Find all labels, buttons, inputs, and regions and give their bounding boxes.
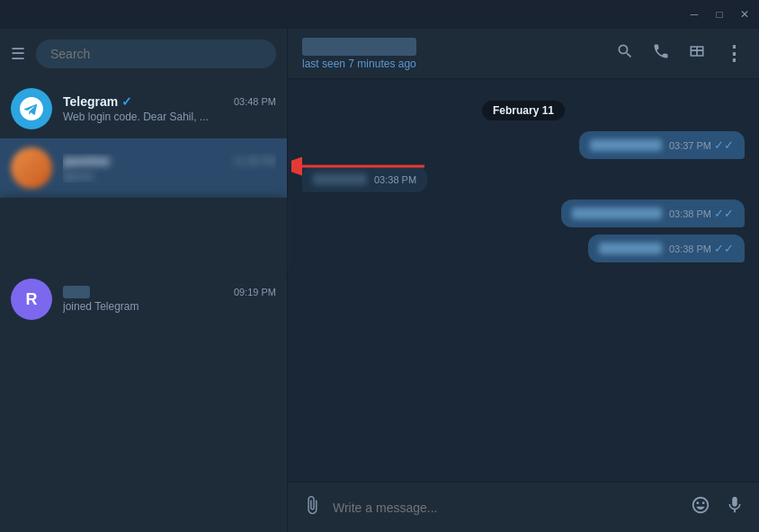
chat-area: last seen 7 minutes ago — [288, 29, 759, 532]
msg-meta-1: 03:37 PM ✓✓ — [669, 138, 734, 152]
columns-icon[interactable] — [688, 42, 706, 65]
mic-icon[interactable] — [725, 495, 745, 519]
title-bar: ─ □ ✕ — [0, 0, 759, 29]
msg-time-2: 03:38 PM — [374, 174, 416, 185]
more-icon[interactable]: ⋮ — [724, 42, 745, 66]
message-row-4: 03:38 PM ✓✓ — [302, 235, 745, 262]
blurred-section — [0, 198, 287, 270]
message-row-2: 03:38 PM — [302, 166, 745, 192]
msg-content-1 — [590, 139, 662, 151]
chat-header-actions: ⋮ — [616, 42, 745, 66]
phone-icon[interactable] — [652, 42, 670, 65]
date-badge: February 11 — [482, 101, 565, 120]
chat-info-r: 09:19 PM joined Telegram — [63, 286, 276, 313]
msg-content-4 — [599, 243, 662, 254]
message-input[interactable] — [333, 501, 680, 515]
msg-time-3: 03:38 PM — [669, 208, 711, 219]
avatar-jasmine — [11, 147, 52, 189]
chat-item-r[interactable]: R 09:19 PM joined Telegram — [0, 270, 287, 329]
hamburger-icon[interactable]: ☰ — [11, 44, 25, 64]
chat-time-jasmine: 11:38 PM — [234, 155, 276, 166]
message-bubble-3: 03:38 PM ✓✓ — [561, 200, 745, 227]
search-icon[interactable] — [616, 42, 634, 65]
chat-header-name — [302, 38, 416, 56]
chat-header-status: last seen 7 minutes ago — [302, 58, 416, 70]
verified-icon: ✓ — [121, 94, 132, 109]
avatar-r: R — [11, 279, 52, 320]
chat-preview-telegram: Web login code. Dear Sahil, ... — [63, 111, 276, 123]
message-bubble-4: 03:38 PM ✓✓ — [588, 235, 745, 262]
chat-name-jasmine: jasmine — [63, 154, 110, 168]
chat-preview-r: joined Telegram — [63, 300, 276, 313]
read-icon-1: ✓✓ — [714, 138, 734, 152]
minimize-button[interactable]: ─ — [687, 8, 701, 21]
chat-name-telegram: Telegram ✓ — [63, 94, 132, 109]
attach-icon[interactable] — [302, 495, 322, 519]
emoji-icon[interactable] — [691, 495, 710, 519]
msg-time-1: 03:37 PM — [669, 140, 711, 151]
chat-item-telegram[interactable]: Telegram ✓ 03:48 PM Web login code. Dear… — [0, 79, 287, 138]
input-right-icons — [691, 495, 745, 519]
chat-info-telegram: Telegram ✓ 03:48 PM Web login code. Dear… — [63, 94, 276, 123]
read-icon-4: ✓✓ — [714, 242, 734, 255]
chat-name-row: Telegram ✓ 03:48 PM — [63, 94, 276, 109]
chat-name-row-jasmine: jasmine 11:38 PM — [63, 154, 276, 168]
chat-time-telegram: 03:48 PM — [234, 96, 276, 107]
main-layout: ☰ Telegram ✓ 03:48 PM Web login code. De… — [0, 29, 759, 532]
sidebar-header: ☰ — [0, 29, 287, 79]
msg-meta-2: 03:38 PM — [374, 174, 416, 185]
chat-header: last seen 7 minutes ago — [288, 29, 759, 79]
msg-meta-4: 03:38 PM ✓✓ — [669, 242, 734, 255]
message-row-3: 03:38 PM ✓✓ — [302, 200, 745, 227]
messages-list: February 11 03:37 PM ✓✓ 03:38 PM — [288, 79, 759, 482]
search-input[interactable] — [36, 40, 276, 68]
close-button[interactable]: ✕ — [737, 8, 752, 21]
input-bar — [288, 482, 759, 532]
message-bubble-2: 03:38 PM — [302, 166, 427, 192]
message-row-1: 03:37 PM ✓✓ — [302, 131, 745, 159]
msg-content-2 — [313, 173, 367, 185]
read-icon-3: ✓✓ — [714, 207, 734, 220]
msg-meta-3: 03:38 PM ✓✓ — [669, 207, 734, 220]
chat-header-info: last seen 7 minutes ago — [302, 38, 416, 70]
chat-name-row-r: 09:19 PM — [63, 286, 276, 298]
chat-preview-jasmine: ignore — [63, 170, 276, 182]
avatar-telegram — [11, 88, 52, 129]
chat-time-r: 09:19 PM — [234, 287, 276, 297]
maximize-button[interactable]: □ — [712, 8, 727, 21]
msg-content-3 — [572, 208, 662, 219]
chat-item-jasmine[interactable]: jasmine 11:38 PM ignore — [0, 138, 287, 198]
message-bubble-1: 03:37 PM ✓✓ — [579, 131, 745, 159]
sidebar: ☰ Telegram ✓ 03:48 PM Web login code. De… — [0, 29, 288, 532]
chat-info-jasmine: jasmine 11:38 PM ignore — [63, 154, 276, 182]
msg-time-4: 03:38 PM — [669, 244, 711, 254]
r-name-placeholder — [63, 286, 90, 298]
